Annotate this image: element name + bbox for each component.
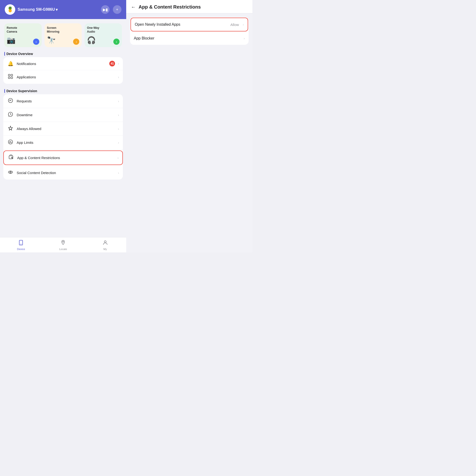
svg-point-10: [10, 171, 11, 173]
app-content-restrictions-item[interactable]: App & Content Restrictions ›: [3, 151, 123, 165]
bell-icon: 🔔: [7, 61, 14, 67]
device-supervision-section-label: Device Supervision: [0, 87, 126, 94]
one-way-audio-btn[interactable]: ›: [113, 39, 119, 45]
notifications-badge: 41: [109, 61, 115, 67]
screen-mirroring-btn[interactable]: ›: [73, 39, 79, 45]
applications-item[interactable]: Applications ›: [3, 70, 123, 84]
nav-my-label: My: [103, 248, 107, 251]
svg-rect-2: [8, 77, 10, 79]
chat-icon: ▶▮: [103, 7, 108, 12]
one-way-audio-emoji: 🎧: [87, 36, 96, 44]
one-way-audio-tile[interactable]: One-WayAudio 🎧 ›: [85, 23, 122, 47]
nav-locate-label: Locate: [59, 248, 67, 251]
app-content-restrictions-icon: [8, 154, 14, 161]
screen-mirroring-tile[interactable]: ScreenMirroring 🔭 ›: [45, 23, 82, 47]
requests-label: Requests: [17, 99, 115, 103]
remote-camera-tile[interactable]: RemoteCamera 📷 ›: [4, 23, 42, 47]
app-blocker-item[interactable]: App Blocker ›: [130, 32, 249, 45]
avatar-emoji: 🍍: [7, 6, 13, 13]
svg-rect-0: [8, 74, 10, 76]
header-bar: 🍍 Samsung SM-G986U ▾ ▶▮ +: [0, 0, 126, 19]
nav-device[interactable]: Device: [0, 238, 42, 252]
social-content-detection-chevron: ›: [118, 171, 119, 175]
svg-rect-3: [11, 77, 13, 79]
device-overview-card: 🔔 Notifications 41 › Applications ›: [3, 57, 123, 84]
add-button[interactable]: +: [113, 5, 121, 14]
open-newly-installed-apps-label: Open Newly Installed Apps: [135, 22, 227, 27]
app-content-restrictions-chevron: ›: [117, 156, 119, 160]
app-content-restrictions-label: App & Content Restrictions: [17, 156, 115, 160]
header-left: 🍍 Samsung SM-G986U ▾: [5, 4, 58, 15]
always-allowed-icon: [7, 125, 14, 132]
remote-camera-emoji: 📷: [7, 36, 16, 44]
my-nav-icon: [102, 240, 108, 247]
right-menu-card: Open Newly Installed Apps Allow › App Bl…: [130, 17, 249, 45]
device-overview-section-label: Device Overview: [0, 50, 126, 57]
open-newly-installed-apps-value: Allow: [230, 23, 239, 27]
chat-button[interactable]: ▶▮: [101, 5, 110, 14]
screen-mirroring-emoji: 🔭: [47, 36, 56, 44]
always-allowed-item[interactable]: Always Allowed ›: [3, 122, 123, 136]
nav-locate[interactable]: Locate: [42, 238, 84, 252]
notifications-item[interactable]: 🔔 Notifications 41 ›: [3, 57, 123, 70]
requests-chevron: ›: [118, 99, 119, 103]
app-blocker-chevron: ›: [244, 36, 245, 40]
device-name-label[interactable]: Samsung SM-G986U ▾: [18, 7, 58, 12]
notifications-chevron: ›: [118, 62, 119, 66]
right-header: ← App & Content Restrictions: [126, 0, 252, 13]
remote-camera-btn[interactable]: ›: [33, 39, 39, 45]
svg-point-16: [104, 241, 106, 243]
avatar: 🍍: [5, 4, 15, 15]
downtime-item[interactable]: Downtime ›: [3, 108, 123, 122]
downtime-icon: [7, 112, 14, 118]
svg-point-4: [8, 98, 13, 103]
apps-icon: [7, 74, 14, 80]
app-limits-icon: [7, 139, 14, 146]
left-panel: 🍍 Samsung SM-G986U ▾ ▶▮ + RemoteCamera 📷…: [0, 0, 126, 252]
one-way-audio-label: One-WayAudio: [87, 26, 99, 34]
app-limits-item[interactable]: App Limits ›: [3, 136, 123, 150]
applications-chevron: ›: [118, 75, 119, 79]
nav-device-label: Device: [17, 248, 25, 251]
downtime-chevron: ›: [118, 113, 119, 117]
app-blocker-label: App Blocker: [134, 36, 241, 40]
right-panel-title: App & Content Restrictions: [138, 4, 201, 10]
header-icons: ▶▮ +: [101, 5, 121, 14]
right-content: Open Newly Installed Apps Allow › App Bl…: [126, 13, 252, 49]
downtime-label: Downtime: [17, 113, 115, 117]
tiles-row: RemoteCamera 📷 › ScreenMirroring 🔭 › One…: [0, 19, 126, 50]
device-nav-icon: [18, 240, 24, 247]
remote-camera-label: RemoteCamera: [7, 26, 17, 34]
always-allowed-chevron: ›: [118, 127, 119, 131]
app-limits-chevron: ›: [118, 141, 119, 145]
back-button[interactable]: ←: [131, 4, 136, 10]
always-allowed-label: Always Allowed: [17, 127, 115, 131]
applications-label: Applications: [17, 75, 115, 79]
locate-nav-icon: [60, 240, 66, 247]
add-icon: +: [116, 7, 118, 12]
open-newly-installed-apps-item[interactable]: Open Newly Installed Apps Allow ›: [131, 18, 248, 32]
bottom-nav: Device Locate My: [0, 237, 126, 252]
requests-item[interactable]: Requests ›: [3, 94, 123, 108]
social-content-detection-item[interactable]: Social Content Detection ›: [3, 166, 123, 180]
chevron-down-icon: ▾: [56, 7, 58, 12]
svg-point-14: [21, 244, 21, 245]
notifications-label: Notifications: [17, 62, 106, 66]
svg-rect-1: [11, 74, 13, 76]
device-supervision-card: Requests › Downtime › Always Allowed › A…: [3, 94, 123, 180]
app-limits-label: App Limits: [17, 140, 115, 145]
svg-point-15: [63, 241, 64, 242]
device-name-text: Samsung SM-G986U: [18, 7, 55, 12]
social-content-detection-icon: [7, 170, 14, 176]
screen-mirroring-label: ScreenMirroring: [47, 26, 60, 34]
right-panel: ← App & Content Restrictions Open Newly …: [126, 0, 252, 252]
nav-my[interactable]: My: [84, 238, 126, 252]
requests-icon: [7, 98, 14, 104]
open-newly-installed-apps-chevron: ›: [243, 23, 244, 26]
social-content-detection-label: Social Content Detection: [17, 171, 115, 175]
